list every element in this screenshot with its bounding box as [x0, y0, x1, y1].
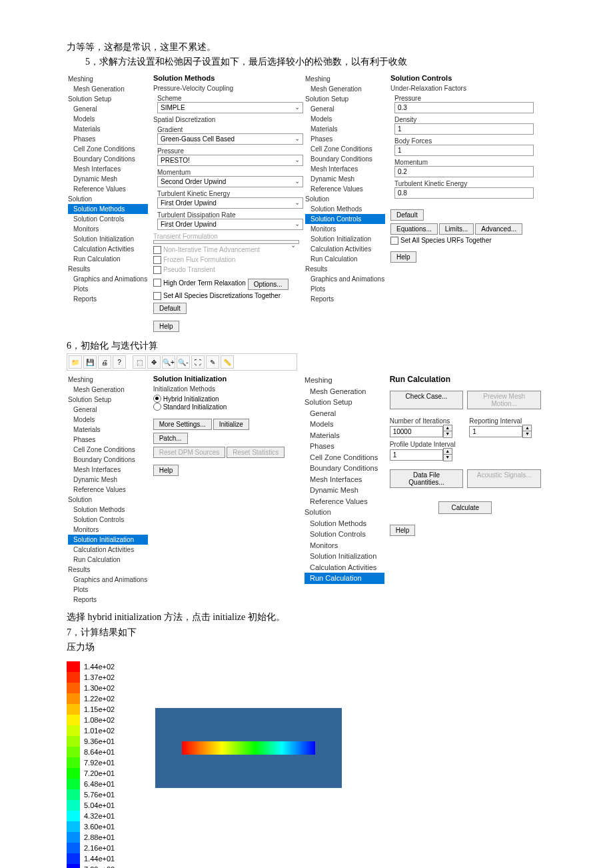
si-more-btn[interactable]: More Settings... [153, 419, 212, 430]
tree3-materials[interactable]: Materials [68, 425, 148, 435]
tree2-bc[interactable]: Boundary Conditions [305, 154, 385, 164]
sm-options-btn[interactable]: Options... [248, 279, 289, 290]
tree2-mi[interactable]: Mesh Interfaces [305, 164, 385, 174]
tree4-materials[interactable]: Materials [305, 430, 384, 441]
tree2-rv[interactable]: Reference Values [305, 184, 385, 194]
sm-sasdt-cb[interactable] [153, 292, 161, 300]
tree-sm[interactable]: Solution Methods [68, 204, 148, 214]
tree-solution-setup[interactable]: Solution Setup [68, 94, 148, 104]
tree-mesh-gen[interactable]: Mesh Generation [68, 84, 148, 94]
tree3-rc[interactable]: Run Calculation [68, 555, 148, 565]
tree4-models[interactable]: Models [305, 419, 384, 430]
sc-pressure-input[interactable] [394, 102, 534, 113]
tree3-ga[interactable]: Graphics and Animations [68, 575, 148, 585]
fit-icon[interactable]: ⛶ [191, 355, 205, 369]
tree3-czc[interactable]: Cell Zone Conditions [68, 445, 148, 455]
tree3-results[interactable]: Results [68, 565, 148, 575]
tree2-mon[interactable]: Monitors [305, 224, 385, 234]
tree3-mon[interactable]: Monitors [68, 525, 148, 535]
tree-materials[interactable]: Materials [68, 124, 148, 134]
select-icon[interactable]: ⬚ [133, 355, 146, 369]
tree3-ca[interactable]: Calculation Activities [68, 545, 148, 555]
sc-default-btn[interactable]: Default [390, 209, 424, 221]
tree4-bc[interactable]: Boundary Conditions [305, 463, 384, 474]
tree-general[interactable]: General [68, 104, 148, 114]
tree4-solution[interactable]: Solution [305, 507, 384, 518]
tree2-reports[interactable]: Reports [305, 294, 385, 304]
tree3-plots[interactable]: Plots [68, 585, 148, 595]
tree3-rv[interactable]: Reference Values [68, 485, 148, 495]
tree2-czc[interactable]: Cell Zone Conditions [305, 144, 385, 154]
sc-bf-input[interactable] [394, 145, 534, 156]
tree4-si[interactable]: Solution Initialization [305, 551, 384, 562]
tree4-meshing[interactable]: Meshing [305, 375, 384, 386]
tree3-solution-setup[interactable]: Solution Setup [68, 395, 148, 405]
tree3-sm[interactable]: Solution Methods [68, 505, 148, 515]
rc-dfq-btn[interactable]: Data File Quantities... [390, 469, 464, 488]
zoom-out-icon[interactable]: 🔍- [177, 355, 190, 369]
sc-help-btn[interactable]: Help [390, 251, 416, 263]
tree-sc[interactable]: Solution Controls [68, 214, 148, 224]
zoom-in-icon[interactable]: 🔍+ [162, 355, 175, 369]
tree2-dm[interactable]: Dynamic Mesh [305, 174, 385, 184]
tree2-solution-setup[interactable]: Solution Setup [305, 94, 385, 104]
probe-icon[interactable]: ✎ [206, 355, 219, 369]
sc-sasut-cb[interactable] [390, 237, 398, 245]
tree2-solution[interactable]: Solution [305, 194, 385, 204]
sc-tke-input[interactable] [394, 187, 534, 199]
tree2-meshing[interactable]: Meshing [305, 74, 385, 84]
tree3-sc[interactable]: Solution Controls [68, 515, 148, 525]
tree-ga[interactable]: Graphics and Animations [68, 274, 148, 284]
sm-scheme-select[interactable]: SIMPLE [157, 102, 303, 113]
tree2-ga[interactable]: Graphics and Animations [305, 274, 385, 284]
tree-phases[interactable]: Phases [68, 134, 148, 144]
tree2-rc[interactable]: Run Calculation [305, 254, 385, 264]
tree3-reports[interactable]: Reports [68, 595, 148, 605]
tree3-bc[interactable]: Boundary Conditions [68, 455, 148, 465]
tree4-rc[interactable]: Run Calculation [305, 573, 384, 584]
sm-tdr-select[interactable]: First Order Upwind [157, 219, 303, 230]
si-init-btn[interactable]: Initialize [213, 419, 249, 430]
tree-mi[interactable]: Mesh Interfaces [68, 164, 148, 174]
si-help-btn[interactable]: Help [153, 465, 179, 476]
tree-dm[interactable]: Dynamic Mesh [68, 174, 148, 184]
tree4-mesh-gen[interactable]: Mesh Generation [305, 386, 384, 397]
tree-meshing[interactable]: Meshing [68, 74, 148, 84]
tree-reports[interactable]: Reports [68, 294, 148, 304]
tree-rv[interactable]: Reference Values [68, 184, 148, 194]
tree4-solution-setup[interactable]: Solution Setup [305, 397, 384, 408]
tree3-dm[interactable]: Dynamic Mesh [68, 475, 148, 485]
tree4-rv[interactable]: Reference Values [305, 496, 384, 507]
sm-pressure-select[interactable]: PRESTO! [157, 155, 303, 166]
tree3-models[interactable]: Models [68, 415, 148, 425]
tree-rc[interactable]: Run Calculation [68, 254, 148, 264]
sm-tke-select[interactable]: First Order Upwind [157, 197, 303, 209]
tree4-mon[interactable]: Monitors [305, 540, 384, 551]
print-icon[interactable]: 🖨 [98, 355, 111, 369]
tree-si[interactable]: Solution Initialization [68, 234, 148, 244]
tree2-general[interactable]: General [305, 104, 385, 114]
tree4-general[interactable]: General [305, 408, 384, 419]
tree2-ca[interactable]: Calculation Activities [305, 244, 385, 254]
sm-momentum-select[interactable]: Second Order Upwind [157, 176, 303, 187]
si-hybrid-radio[interactable] [153, 395, 161, 403]
tree3-si[interactable]: Solution Initialization [68, 535, 148, 545]
tree2-phases[interactable]: Phases [305, 134, 385, 144]
tree2-materials[interactable]: Materials [305, 124, 385, 134]
tree4-dm[interactable]: Dynamic Mesh [305, 485, 384, 496]
save-icon[interactable]: 💾 [83, 355, 97, 369]
help-icon[interactable]: ? [113, 355, 126, 369]
tree2-sc[interactable]: Solution Controls [305, 214, 385, 224]
tree-ca[interactable]: Calculation Activities [68, 244, 148, 254]
ruler-icon[interactable]: 📏 [221, 355, 234, 369]
tree2-plots[interactable]: Plots [305, 284, 385, 294]
sm-help-btn[interactable]: Help [153, 321, 179, 332]
move-icon[interactable]: ✥ [147, 355, 161, 369]
tree4-mi[interactable]: Mesh Interfaces [305, 474, 384, 485]
tree2-models[interactable]: Models [305, 114, 385, 124]
rc-check-btn[interactable]: Check Case... [390, 391, 464, 409]
si-standard-radio[interactable] [153, 403, 161, 411]
sc-lim-btn[interactable]: Limits... [439, 223, 474, 235]
sc-adv-btn[interactable]: Advanced... [475, 223, 522, 235]
tree-mon[interactable]: Monitors [68, 224, 148, 234]
